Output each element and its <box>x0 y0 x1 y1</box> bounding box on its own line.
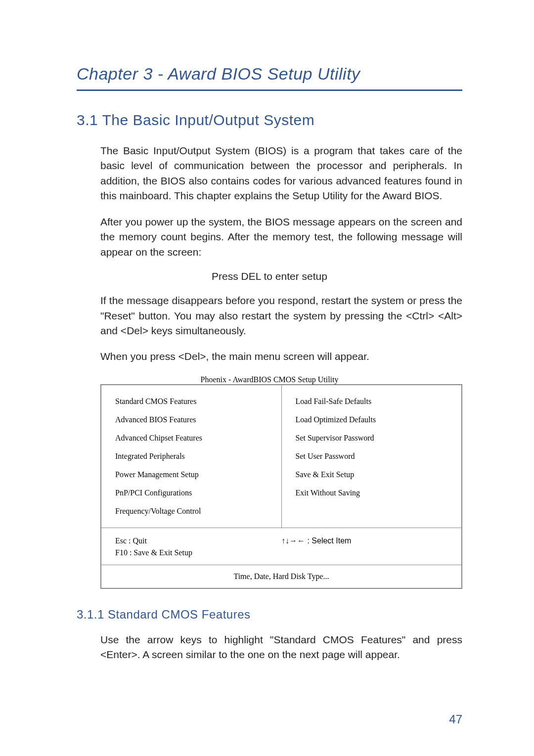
bios-menu-item: Standard CMOS Features <box>115 397 267 406</box>
bios-caption: Phoenix - AwardBIOS CMOS Setup Utility <box>77 375 462 384</box>
subsection-heading: 3.1.1 Standard CMOS Features <box>77 608 462 622</box>
bios-right-column: Load Fail-Safe Defaults Load Optimized D… <box>282 385 462 528</box>
section-heading: 3.1 The Basic Input/Output System <box>77 112 462 129</box>
title-underline <box>77 89 462 91</box>
bios-menu-item: Load Optimized Defaults <box>296 415 448 424</box>
bios-menu-item: Power Management Setup <box>115 470 267 479</box>
press-del-message: Press DEL to enter setup <box>77 270 462 282</box>
bios-menu-box: Standard CMOS Features Advanced BIOS Fea… <box>100 384 462 589</box>
paragraph-3: If the message disappears before you res… <box>100 293 462 338</box>
bios-key-esc: Esc : Quit <box>115 535 281 547</box>
bios-menu-item: Set User Password <box>296 452 448 461</box>
bios-menu-item: Save & Exit Setup <box>296 470 448 479</box>
bios-menu-columns: Standard CMOS Features Advanced BIOS Fea… <box>101 385 461 528</box>
bios-menu-item: PnP/PCI Configurations <box>115 489 267 497</box>
bios-footer-left: Esc : Quit F10 : Save & Exit Setup <box>115 535 281 559</box>
bios-menu-item: Exit Without Saving <box>296 489 448 497</box>
bios-menu-item: Advanced BIOS Features <box>115 415 267 424</box>
paragraph-4: When you press <Del>, the main menu scre… <box>100 349 462 364</box>
bios-menu-item: Frequency/Voltage Control <box>115 507 267 516</box>
bios-key-f10: F10 : Save & Exit Setup <box>115 547 281 559</box>
paragraph-2: After you power up the system, the BIOS … <box>100 215 462 260</box>
bios-footer-right: ↑↓→← : Select Item <box>281 535 447 559</box>
bios-menu-item: Integrated Peripherals <box>115 452 267 461</box>
bios-menu-item: Advanced Chipset Features <box>115 434 267 443</box>
bios-menu-item: Load Fail-Safe Defaults <box>296 397 448 406</box>
bios-key-arrows: ↑↓→← : Select Item <box>281 536 351 545</box>
bios-left-column: Standard CMOS Features Advanced BIOS Fea… <box>101 385 282 528</box>
bios-footer: Esc : Quit F10 : Save & Exit Setup ↑↓→← … <box>101 528 461 565</box>
bios-menu-item: Set Supervisor Password <box>296 434 448 443</box>
paragraph-5: Use the arrow keys to highlight "Standar… <box>100 632 462 663</box>
bios-status-bar: Time, Date, Hard Disk Type... <box>101 565 461 588</box>
chapter-title: Chapter 3 - Award BIOS Setup Utility <box>77 64 462 84</box>
page-number: 47 <box>449 712 462 726</box>
paragraph-1: The Basic Input/Output System (BIOS) is … <box>100 143 462 204</box>
